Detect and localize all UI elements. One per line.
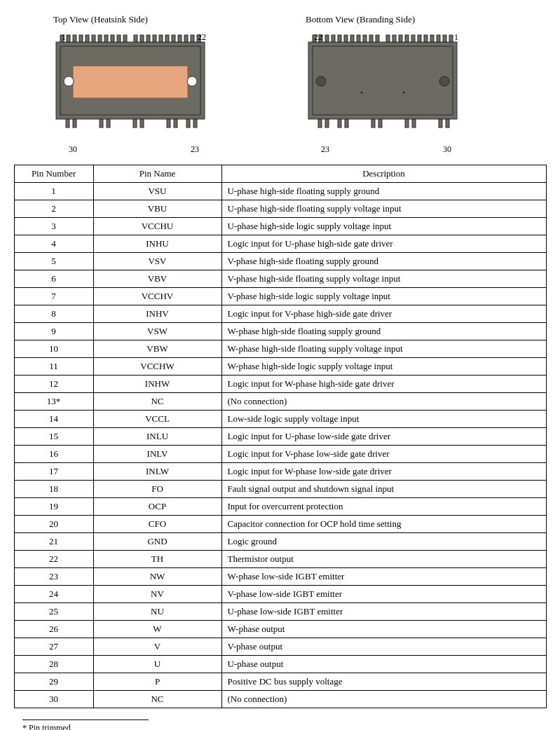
- cell-pin-number: 28: [14, 656, 93, 673]
- table-row: 28UU-phase output: [14, 656, 546, 673]
- svg-rect-16: [134, 35, 137, 42]
- cell-pin-number: 26: [14, 621, 93, 638]
- svg-rect-56: [399, 35, 402, 42]
- svg-point-40: [439, 76, 449, 86]
- svg-rect-38: [313, 46, 453, 115]
- pin-label-30: 30: [69, 144, 77, 155]
- table-row: 6VBVV-phase high-side floating supply vo…: [14, 270, 546, 288]
- cell-pin-number: 27: [14, 638, 93, 656]
- cell-description: W-phase output: [221, 621, 546, 638]
- table-row: 30NC(No connection): [14, 691, 546, 708]
- cell-pin-number: 13*: [14, 393, 93, 411]
- table-row: 26WW-phase output: [14, 621, 546, 638]
- cell-pin-number: 18: [14, 481, 93, 498]
- cell-description: Low-side logic supply voltage input: [221, 411, 546, 428]
- cell-pin-number: 30: [14, 691, 93, 708]
- cell-pin-name: NV: [93, 586, 221, 603]
- svg-rect-45: [325, 35, 329, 42]
- cell-pin-number: 23: [14, 568, 93, 586]
- svg-rect-55: [392, 35, 396, 42]
- cell-pin-number: 4: [14, 235, 93, 253]
- table-row: 2VBUU-phase high-side floating supply vo…: [14, 200, 546, 218]
- cell-pin-number: 9: [14, 323, 93, 340]
- cell-description: U-phase high-side floating supply ground: [221, 183, 546, 200]
- cell-pin-number: 29: [14, 673, 93, 691]
- cell-pin-name: OCP: [93, 498, 221, 516]
- svg-rect-20: [159, 35, 163, 42]
- cell-pin-name: INLU: [93, 428, 221, 446]
- th-pin-name: Pin Name: [93, 165, 221, 183]
- cell-description: V-phase low-side IGBT emitter: [221, 586, 546, 603]
- svg-point-4: [187, 76, 197, 86]
- svg-point-3: [64, 76, 74, 86]
- package-views: Top View (Heatsink Side) 1 22: [53, 14, 549, 155]
- svg-rect-58: [411, 35, 415, 42]
- table-row: 29PPositive DC bus supply voltage: [14, 673, 546, 691]
- svg-rect-70: [378, 119, 382, 128]
- cell-pin-name: VCCHU: [93, 218, 221, 235]
- svg-rect-74: [446, 119, 449, 128]
- cell-pin-name: VCCHW: [93, 358, 221, 376]
- table-row: 23NWW-phase low-side IGBT emitter: [14, 568, 546, 586]
- cell-description: Input for overcurrent protection: [221, 498, 546, 516]
- cell-pin-name: INLV: [93, 446, 221, 463]
- cell-description: (No connection): [221, 393, 546, 411]
- svg-rect-8: [79, 35, 83, 42]
- cell-pin-number: 22: [14, 551, 93, 568]
- footnote: * Pin trimmed.: [22, 723, 549, 730]
- svg-point-41: [361, 92, 363, 94]
- table-row: 9VSWW-phase high-side floating supply gr…: [14, 323, 546, 340]
- svg-rect-6: [67, 35, 70, 42]
- table-row: 14VCCLLow-side logic supply voltage inpu…: [14, 411, 546, 428]
- cell-pin-number: 5: [14, 253, 93, 270]
- svg-rect-57: [405, 35, 409, 42]
- cell-description: Logic input for U-phase low-side gate dr…: [221, 428, 546, 446]
- svg-rect-72: [412, 119, 416, 128]
- cell-description: Capacitor connection for OCP hold time s…: [221, 516, 546, 533]
- table-row: 10VBWW-phase high-side floating supply v…: [14, 340, 546, 358]
- svg-rect-18: [146, 35, 150, 42]
- bottom-view-title: Bottom View (Branding Side): [306, 14, 467, 25]
- svg-rect-49: [350, 35, 354, 42]
- cell-pin-name: VSW: [93, 323, 221, 340]
- svg-rect-31: [133, 119, 137, 128]
- bottom-view: Bottom View (Branding Side) 22 1: [306, 14, 467, 155]
- cell-pin-number: 15: [14, 428, 93, 446]
- cell-pin-number: 10: [14, 340, 93, 358]
- table-row: 15INLULogic input for U-phase low-side g…: [14, 428, 546, 446]
- cell-pin-name: VCCL: [93, 411, 221, 428]
- cell-description: V-phase high-side floating supply voltag…: [221, 270, 546, 288]
- cell-pin-name: TH: [93, 551, 221, 568]
- cell-description: W-phase high-side logic supply voltage i…: [221, 358, 546, 376]
- table-row: 3VCCHUU-phase high-side logic supply vol…: [14, 218, 546, 235]
- table-row: 5VSVV-phase high-side floating supply gr…: [14, 253, 546, 270]
- cell-pin-name: NU: [93, 603, 221, 621]
- svg-rect-68: [345, 119, 348, 128]
- pin-label-b22: 22: [314, 32, 322, 43]
- cell-description: Logic input for W-phase high-side gate d…: [221, 376, 546, 393]
- svg-rect-46: [332, 35, 335, 42]
- svg-point-42: [403, 92, 405, 94]
- svg-rect-61: [430, 35, 434, 42]
- cell-description: W-phase low-side IGBT emitter: [221, 568, 546, 586]
- table-row: 8INHVLogic input for V-phase high-side g…: [14, 305, 546, 323]
- pin-label-1: 1: [62, 32, 66, 43]
- table-row: 21GNDLogic ground: [14, 533, 546, 551]
- svg-rect-33: [167, 119, 170, 128]
- svg-rect-51: [363, 35, 367, 42]
- cell-pin-number: 12: [14, 376, 93, 393]
- svg-rect-59: [418, 35, 421, 42]
- pin-description-table: Pin Number Pin Name Description 1VSUU-ph…: [14, 165, 547, 708]
- svg-rect-14: [117, 35, 121, 42]
- table-row: 22THThermistor output: [14, 551, 546, 568]
- table-row: 25NUU-phase low-side IGBT emitter: [14, 603, 546, 621]
- cell-description: Positive DC bus supply voltage: [221, 673, 546, 691]
- table-row: 19OCPInput for overcurrent protection: [14, 498, 546, 516]
- svg-rect-25: [191, 35, 194, 42]
- table-row: 16INLVLogic input for V-phase low-side g…: [14, 446, 546, 463]
- pin-label-b30: 30: [443, 144, 451, 155]
- cell-pin-number: 2: [14, 200, 93, 218]
- cell-description: Thermistor output: [221, 551, 546, 568]
- cell-pin-name: INHW: [93, 376, 221, 393]
- cell-pin-number: 21: [14, 533, 93, 551]
